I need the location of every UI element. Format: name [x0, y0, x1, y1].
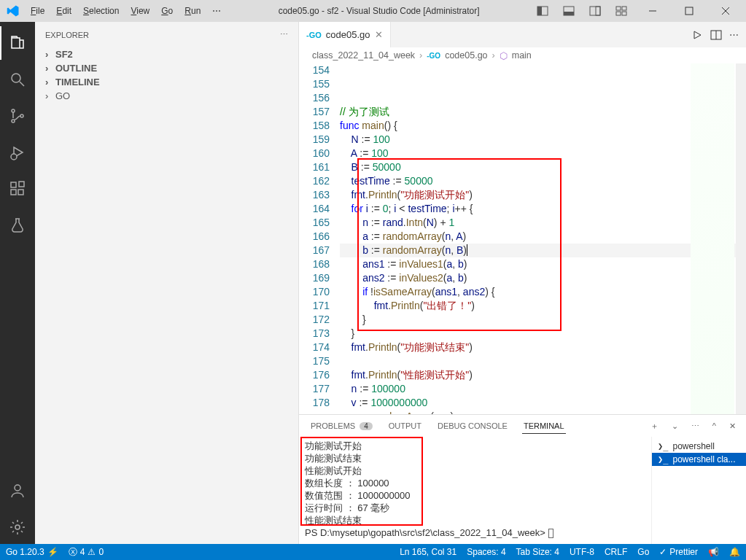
menu-file[interactable]: File — [26, 3, 50, 19]
sidebar-item-label: TIMELINE — [55, 77, 100, 88]
terminal-dropdown-icon[interactable]: ⌄ — [672, 421, 678, 431]
code-editor[interactable]: 1541551561571581591601611621631641651661… — [299, 63, 746, 414]
layout-right-icon[interactable] — [584, 1, 606, 21]
new-terminal-icon[interactable]: ＋ — [650, 421, 658, 432]
menu-selection[interactable]: Selection — [78, 3, 124, 19]
run-icon[interactable] — [691, 29, 703, 41]
tab-output[interactable]: OUTPUT — [387, 419, 423, 433]
tab-filename: code05.go — [326, 29, 370, 40]
maximize-button[interactable] — [673, 1, 705, 21]
code-line[interactable]: testTime := 50000 — [340, 174, 746, 188]
testing-icon[interactable] — [0, 209, 35, 242]
svg-marker-27 — [694, 31, 701, 39]
menu-edit[interactable]: Edit — [51, 3, 77, 19]
tab-debug-console[interactable]: DEBUG CONSOLE — [436, 419, 509, 433]
status-spaces[interactable]: Spaces: 4 — [467, 547, 505, 557]
chevron-right-icon: › — [492, 50, 495, 61]
status-problems[interactable]: ⓧ4 ⚠0 — [69, 546, 104, 559]
breadcrumbs[interactable]: class_2022_11_04_week › -GO code05.go › … — [299, 47, 746, 63]
debug-icon[interactable] — [0, 136, 35, 169]
svg-point-20 — [11, 154, 17, 160]
close-button[interactable] — [710, 1, 742, 21]
code-line[interactable]: } — [340, 313, 746, 327]
code-line[interactable]: B := 50000 — [340, 160, 746, 174]
code-line[interactable]: } — [340, 327, 746, 341]
code-line[interactable]: v := 1000000000 — [340, 396, 746, 410]
code-line[interactable] — [340, 354, 746, 368]
status-eol[interactable]: CRLF — [605, 547, 627, 557]
code-line[interactable]: a := randomArray(n, v) — [340, 410, 746, 414]
more-icon[interactable]: ⋯ — [280, 30, 288, 39]
code-line[interactable]: fmt.Println("功能测试开始") — [340, 188, 746, 202]
sidebar-item-sf2[interactable]: ›SF2 — [38, 47, 295, 61]
menu-view[interactable]: View — [125, 3, 155, 19]
code-line[interactable]: func main() { — [340, 119, 746, 133]
titlebar: FileEditSelectionViewGoRun⋯ code05.go - … — [0, 0, 746, 22]
panel-tabs: PROBLEMS4 OUTPUT DEBUG CONSOLE TERMINAL … — [299, 415, 746, 437]
close-panel-icon[interactable]: ✕ — [729, 421, 736, 431]
sidebar-item-outline[interactable]: ›OUTLINE — [38, 61, 295, 75]
tab-problems[interactable]: PROBLEMS4 — [309, 419, 374, 433]
minimize-button[interactable] — [637, 1, 669, 21]
feedback-icon[interactable]: 📢 — [708, 547, 719, 557]
code-line[interactable]: for i := 0; i < testTime; i++ { — [340, 202, 746, 216]
terminal-icon: ❯_ — [658, 454, 668, 464]
code-content[interactable]: // 为了测试func main() { N := 100 A := 100 B… — [340, 63, 746, 414]
terminal-shell-item[interactable]: ❯_powershell — [652, 440, 746, 453]
problems-badge: 4 — [360, 422, 373, 430]
more-actions-icon[interactable]: ⋯ — [729, 29, 739, 40]
customize-layout-icon[interactable] — [610, 1, 632, 21]
code-line[interactable]: if !isSameArray(ans1, ans2) { — [340, 285, 746, 299]
window-title: code05.go - sf2 - Visual Studio Code [Ad… — [226, 6, 532, 16]
code-line[interactable]: n := 100000 — [340, 382, 746, 396]
bell-icon[interactable]: 🔔 — [729, 547, 740, 557]
code-line[interactable]: a := randomArray(n, A) — [340, 230, 746, 244]
code-line[interactable]: fmt.Println("功能测试结束") — [340, 341, 746, 354]
breadcrumb-symbol[interactable]: main — [512, 50, 532, 61]
extensions-icon[interactable] — [0, 172, 35, 206]
editor-tab[interactable]: -GO code05.go ✕ — [299, 22, 391, 47]
sidebar-item-timeline[interactable]: ›TIMELINE — [38, 75, 295, 89]
code-line[interactable]: fmt.Println("性能测试开始") — [340, 368, 746, 382]
terminal-content[interactable]: 功能测试开始功能测试结束性能测试开始数组长度 ： 100000数值范围 ： 10… — [299, 437, 651, 544]
menu-go[interactable]: Go — [156, 3, 178, 19]
status-go-version[interactable]: Go 1.20.3 ⚡ — [6, 547, 58, 557]
menu-…[interactable]: ⋯ — [207, 3, 226, 19]
status-language[interactable]: Go — [637, 547, 649, 557]
status-encoding[interactable]: UTF-8 — [570, 547, 594, 557]
code-line[interactable]: ans2 := inValues2(a, b) — [340, 271, 746, 285]
status-ln-col[interactable]: Ln 165, Col 31 — [400, 547, 456, 557]
maximize-panel-icon[interactable]: ^ — [712, 421, 716, 430]
terminal-line: 数组长度 ： 100000 — [305, 477, 645, 489]
code-line[interactable] — [340, 91, 746, 105]
status-tabsize[interactable]: Tab Size: 4 — [516, 547, 559, 557]
status-prettier[interactable]: ✓ Prettier — [659, 547, 698, 557]
layout-panel-icon[interactable] — [532, 1, 553, 21]
search-icon[interactable] — [0, 63, 35, 96]
svg-rect-24 — [19, 182, 24, 187]
breadcrumb-file[interactable]: code05.go — [445, 50, 487, 61]
code-line[interactable]: A := 100 — [340, 147, 746, 160]
code-line[interactable]: ans1 := inValues1(a, b) — [340, 257, 746, 271]
breadcrumb-folder[interactable]: class_2022_11_04_week — [312, 50, 415, 61]
more-icon[interactable]: ⋯ — [691, 421, 699, 431]
code-line[interactable]: b := randomArray(n, B) — [340, 244, 746, 257]
settings-gear-icon[interactable] — [0, 510, 35, 544]
explorer-icon[interactable] — [0, 26, 35, 60]
vertical-scrollbar[interactable] — [736, 63, 746, 414]
go-file-icon: -GO — [306, 31, 322, 39]
minimap[interactable] — [691, 63, 734, 414]
terminal-shell-item[interactable]: ❯_powershell cla... — [652, 453, 746, 466]
code-line[interactable]: N := 100 — [340, 133, 746, 147]
tab-terminal[interactable]: TERMINAL — [522, 419, 566, 434]
source-control-icon[interactable] — [0, 99, 35, 133]
split-editor-icon[interactable] — [710, 29, 722, 41]
sidebar-item-go[interactable]: ›GO — [38, 89, 295, 103]
account-icon[interactable] — [0, 474, 35, 508]
menu-run[interactable]: Run — [179, 3, 206, 19]
code-line[interactable]: fmt.Println("出错了！") — [340, 299, 746, 313]
layout-sidebar-icon[interactable] — [558, 1, 580, 21]
close-tab-icon[interactable]: ✕ — [375, 29, 383, 40]
code-line[interactable]: // 为了测试 — [340, 105, 746, 119]
code-line[interactable]: n := rand.Intn(N) + 1 — [340, 216, 746, 230]
